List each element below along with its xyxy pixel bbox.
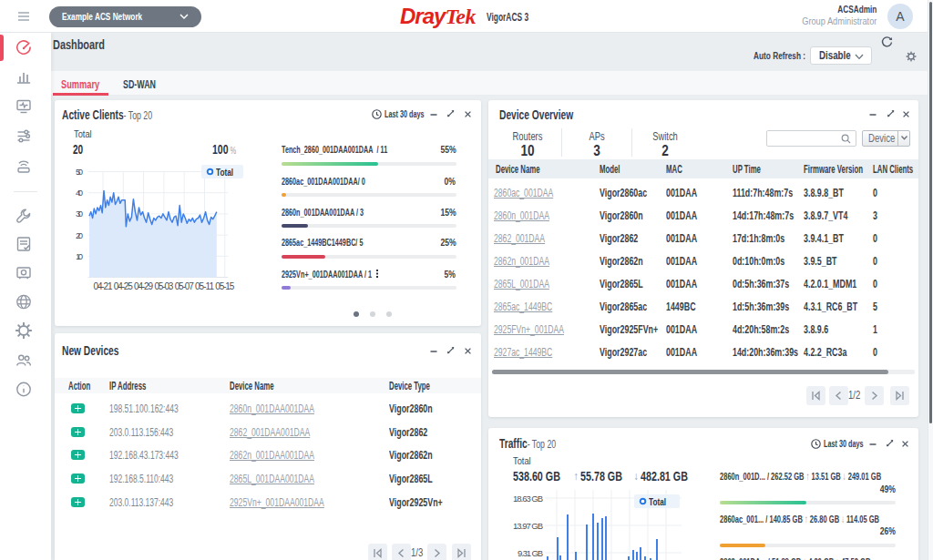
svg-text:30: 30 (76, 209, 83, 219)
svg-text:04-29: 04-29 (134, 281, 153, 291)
svg-text:13.97 GB: 13.97 GB (513, 521, 543, 531)
svg-text:04-25: 04-25 (114, 281, 133, 291)
svg-text:05-11: 05-11 (195, 281, 214, 291)
svg-text:40: 40 (76, 188, 83, 198)
svg-text:50: 50 (76, 167, 83, 177)
svg-text:05-07: 05-07 (175, 281, 194, 291)
svg-text:20: 20 (76, 230, 83, 240)
svg-text:05-03: 05-03 (154, 281, 173, 291)
svg-text:9.31 GB: 9.31 GB (518, 548, 543, 558)
svg-text:18.63 GB: 18.63 GB (513, 494, 543, 504)
svg-text:04-21: 04-21 (94, 281, 113, 291)
svg-text:05-15: 05-15 (215, 281, 234, 291)
svg-text:10: 10 (76, 251, 83, 261)
